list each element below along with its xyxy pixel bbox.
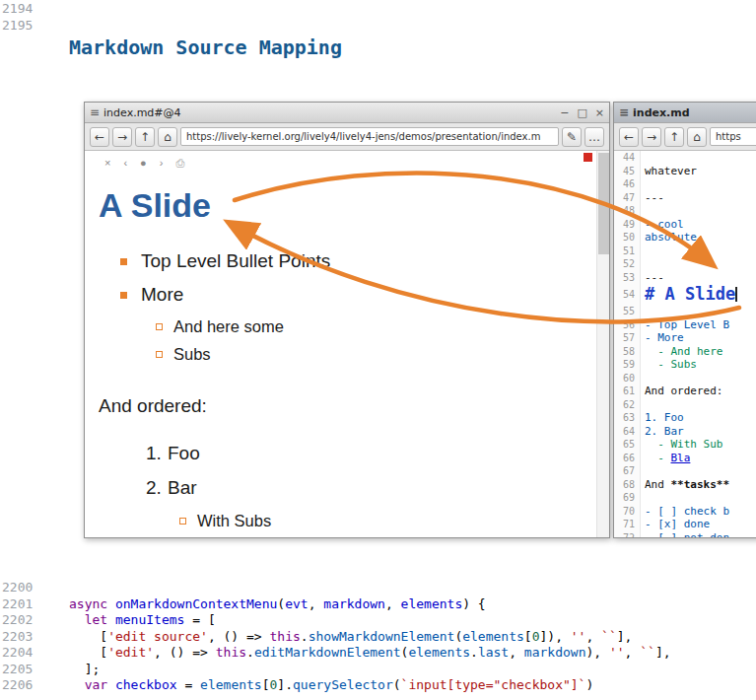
editor-line[interactable]: 58 - And here	[614, 345, 756, 359]
back-button[interactable]: ←	[619, 127, 639, 147]
code-block[interactable]: 22002201async onMarkdownContextMenu(evt,…	[2, 580, 754, 694]
editor-line[interactable]: 46	[614, 177, 756, 191]
editor-line-text	[641, 491, 756, 505]
up-button[interactable]: ↑	[664, 127, 684, 147]
current-slide-icon[interactable]: ●	[140, 157, 147, 170]
line-number: 52	[614, 257, 641, 271]
editor-line-text	[641, 257, 756, 271]
editor-line[interactable]: 48	[614, 204, 756, 218]
editor-line-text: - More	[641, 331, 756, 345]
editor-line-text	[641, 305, 756, 318]
code-line[interactable]: 2206 var checkbox = elements[0].querySel…	[2, 677, 754, 694]
scrollbar-thumb[interactable]	[598, 153, 609, 254]
bullet-icon	[156, 323, 163, 330]
close-button[interactable]: ×	[595, 106, 604, 119]
editor-line[interactable]: 68And **tasks**	[614, 478, 756, 492]
recording-indicator	[584, 153, 592, 162]
code-line[interactable]: 2203 ['edit source', () => this.showMark…	[2, 629, 754, 646]
editor-line[interactable]: 52	[614, 257, 756, 271]
editor-line[interactable]: 44	[614, 151, 756, 165]
editor-line[interactable]: 66 - Bla	[614, 452, 756, 465]
list-number: 1.	[146, 443, 168, 464]
source-editor[interactable]: 4445whatever4647---4849- cool50absolute5…	[614, 151, 756, 537]
editor-line[interactable]: 57- More	[614, 331, 756, 345]
editor-line[interactable]: 56- Top Level B	[614, 318, 756, 332]
editor-line[interactable]: 47---	[614, 191, 756, 205]
vertical-scrollbar[interactable]	[596, 151, 609, 537]
editor-line[interactable]: 642. Bar	[614, 425, 756, 439]
editor-line[interactable]: 70- [ ] check b	[614, 505, 756, 519]
menu-icon[interactable]: ≡	[90, 105, 100, 119]
editor-line[interactable]: 631. Foo	[614, 411, 756, 425]
back-button[interactable]: ←	[90, 127, 109, 147]
code-line[interactable]: 2205 ];	[2, 662, 754, 678]
bullet-item: Subs	[156, 345, 595, 364]
minimize-button[interactable]: −	[560, 106, 569, 119]
print-icon[interactable]: ⎙	[175, 157, 184, 170]
editor-line[interactable]: 67	[614, 464, 756, 478]
line-number: 51	[614, 245, 641, 258]
editor-line[interactable]: 55	[614, 305, 756, 318]
close-icon[interactable]: ×	[104, 157, 110, 170]
editor-line-text: - [ ] not don	[641, 531, 756, 538]
editor-line[interactable]: 54# A Slide	[614, 284, 756, 305]
line-number: 2200	[2, 580, 34, 596]
top-gutter: 21942195	[2, 1, 33, 34]
editor-line[interactable]: 71- [x] done	[614, 518, 756, 531]
editor-line[interactable]: 53---	[614, 271, 756, 285]
line-number: 2203	[2, 629, 34, 646]
line-number: 56	[614, 318, 641, 332]
line-number: 45	[614, 165, 641, 178]
code-line[interactable]: 2204 ['edit', () => this.editMarkdownEle…	[2, 645, 754, 662]
editor-line[interactable]: 49- cool	[614, 218, 756, 232]
url-input[interactable]: https://lively-kernel.org/lively4/lively…	[180, 127, 559, 146]
next-slide-icon[interactable]: ›	[160, 157, 164, 170]
code-line-text: var checkbox = elements[0].querySelector…	[69, 677, 593, 694]
text-cursor	[735, 287, 737, 302]
bullet-item: Top Level Bullet Points	[120, 250, 595, 272]
editor-line[interactable]: 72- [ ] not don	[614, 531, 756, 538]
home-button[interactable]: ⌂	[687, 127, 707, 147]
editor-line[interactable]: 61And ordered:	[614, 385, 756, 398]
list-text: Foo	[168, 443, 200, 464]
right-window-titlebar[interactable]: ≡ index.md	[614, 103, 756, 123]
editor-line[interactable]: 65 - With Sub	[614, 438, 756, 452]
slide-paragraph: And ordered:	[99, 395, 595, 417]
left-window-titlebar[interactable]: ≡ index.md#@4 − □ ×	[85, 103, 609, 123]
code-line[interactable]: 2201async onMarkdownContextMenu(evt, mar…	[2, 596, 754, 613]
editor-line[interactable]: 59 - Subs	[614, 358, 756, 372]
code-line[interactable]: 2200	[2, 580, 754, 596]
line-number: 2204	[2, 645, 34, 662]
up-button[interactable]: ↑	[135, 127, 155, 147]
home-button[interactable]: ⌂	[158, 127, 177, 147]
editor-line-text: - [x] done	[641, 518, 756, 531]
forward-button[interactable]: →	[642, 127, 661, 147]
browser-window-rendered: ≡ index.md#@4 − □ × ← → ↑ ⌂ https://live…	[84, 102, 610, 538]
url-input[interactable]: https	[710, 127, 756, 146]
line-number: 2201	[2, 596, 34, 613]
menu-icon[interactable]: ≡	[619, 105, 629, 119]
line-number: 53	[614, 271, 641, 285]
prev-slide-icon[interactable]: ‹	[123, 157, 127, 170]
maximize-button[interactable]: □	[577, 106, 586, 119]
right-browser-toolbar: ← → ↑ ⌂ https	[614, 123, 756, 151]
more-options-button[interactable]: …	[584, 127, 604, 147]
editor-line[interactable]: 60	[614, 372, 756, 385]
editor-line-text: - And here	[641, 345, 756, 359]
line-number: 64	[614, 425, 641, 439]
forward-button[interactable]: →	[112, 127, 132, 147]
editor-line[interactable]: 51	[614, 245, 756, 258]
editor-line-text	[641, 398, 756, 412]
code-line[interactable]: 2202 let menuItems = [	[2, 612, 754, 629]
edit-pencil-button[interactable]: ✎	[562, 127, 582, 147]
editor-line[interactable]: 62	[614, 398, 756, 412]
editor-line[interactable]: 50absolute	[614, 231, 756, 245]
editor-line[interactable]: 45whatever	[614, 165, 756, 178]
line-number: 59	[614, 358, 641, 372]
line-number: 62	[614, 398, 641, 412]
bullet-icon	[179, 518, 186, 525]
bullet-icon	[156, 351, 163, 358]
line-number: 71	[614, 518, 641, 531]
editor-line[interactable]: 69	[614, 491, 756, 505]
line-number: 57	[614, 331, 641, 345]
